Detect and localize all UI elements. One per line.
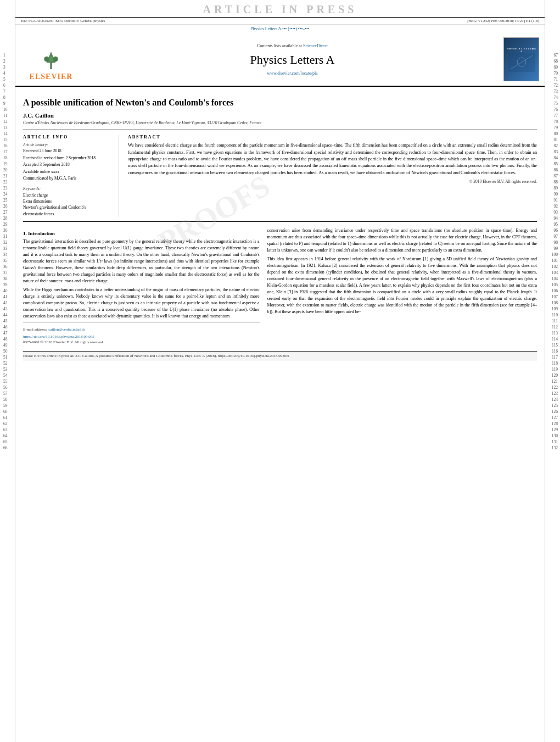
line-number-left-55: 55 <box>3 378 15 384</box>
line-number-right-74: 74 <box>545 94 558 101</box>
contents-available-text: Contents lists available at ScienceDirec… <box>257 43 328 48</box>
line-number-right-77: 77 <box>545 113 558 119</box>
journal-title: Physics Letters A <box>250 53 335 67</box>
line-number-right-127: 127 <box>545 415 558 421</box>
article-title: A possible unification of Newton's and C… <box>23 97 537 109</box>
line-number-right-92: 92 <box>545 203 558 209</box>
elsevier-brand-name: ELSEVIER <box>30 72 73 81</box>
line-number-left-27: 27 <box>3 209 15 215</box>
line-number-right-96: 96 <box>545 227 558 233</box>
article-author: J.C. Caillon <box>23 112 537 119</box>
line-number-left-46: 46 <box>3 324 15 330</box>
line-number-left-62: 62 <box>3 421 15 427</box>
sciencedirect-link[interactable]: ScienceDirect <box>303 43 328 48</box>
doi-link[interactable]: https://doi.org/10.1016/j.physleta.2018.… <box>23 334 260 339</box>
line-number-right-68: 68 <box>545 58 558 64</box>
line-number-right-116: 116 <box>545 348 558 354</box>
available-date: Available online xxxx <box>23 169 113 175</box>
article-info-panel: ARTICLE INFO Article history: Received 2… <box>23 135 119 217</box>
line-number-right-80: 80 <box>545 131 558 137</box>
article-info-abstract-section: ARTICLE INFO Article history: Received 2… <box>23 130 537 222</box>
svg-rect-0 <box>50 63 52 69</box>
email-link[interactable]: caillon@cenbg.in2p3.fr <box>48 327 85 332</box>
line-number-right-85: 85 <box>545 161 558 167</box>
line-number-left-38: 38 <box>3 276 15 282</box>
line-number-left-3: 3 <box>3 64 15 70</box>
line-number-left-61: 61 <box>3 415 15 421</box>
line-number-left-29: 29 <box>3 221 15 227</box>
right-column: conservation arise from demanding invari… <box>267 227 537 344</box>
banner-text: ARTICLE IN PRESS <box>15 3 545 16</box>
line-number-right-113: 113 <box>545 330 558 336</box>
line-number-left-51: 51 <box>3 354 15 360</box>
journal-ref-line: Physics Letters A ••• (••••) •••–••• <box>15 25 545 33</box>
line-number-right-67: 67 <box>545 52 558 58</box>
line-number-left-40: 40 <box>3 288 15 294</box>
line-number-right-88: 88 <box>545 179 558 185</box>
line-number-left-20: 20 <box>3 167 15 173</box>
introduction-heading: 1. Introduction <box>23 231 260 236</box>
left-line-numbers: 1234567891011121314151617181920212223242… <box>0 0 15 742</box>
line-number-left-52: 52 <box>3 360 15 366</box>
line-number-right-119: 119 <box>545 366 558 372</box>
line-number-right-120: 120 <box>545 372 558 378</box>
line-number-right-99: 99 <box>545 246 558 252</box>
line-number-right-131: 131 <box>545 439 558 445</box>
line-number-right-108: 108 <box>545 300 558 306</box>
line-number-left-28: 28 <box>3 215 15 221</box>
line-number-left-5: 5 <box>3 76 15 82</box>
line-number-right-97: 97 <box>545 233 558 239</box>
line-number-left-12: 12 <box>3 119 15 125</box>
journal-url[interactable]: www.elsevier.com/locate/pla <box>267 71 317 76</box>
line-number-left-44: 44 <box>3 312 15 318</box>
line-number-left-47: 47 <box>3 330 15 336</box>
line-number-right-129: 129 <box>545 427 558 433</box>
line-number-right-78: 78 <box>545 119 558 125</box>
line-number-right-132: 132 <box>545 445 558 451</box>
line-number-right-100: 100 <box>545 252 558 258</box>
line-number-left-50: 50 <box>3 348 15 354</box>
line-number-left-42: 42 <box>3 300 15 306</box>
line-number-right-126: 126 <box>545 409 558 415</box>
article-affiliation: Centre d'Études Nucléaires de Bordeaux-G… <box>23 120 537 125</box>
line-number-left-39: 39 <box>3 282 15 288</box>
line-number-right-69: 69 <box>545 64 558 70</box>
line-number-left-18: 18 <box>3 155 15 161</box>
line-number-right-94: 94 <box>545 215 558 221</box>
line-number-left-17: 17 <box>3 149 15 155</box>
jid-left: JID: PLA AID:25291 /SCO Doctopic: Genera… <box>21 19 105 23</box>
line-number-left-49: 49 <box>3 342 15 348</box>
line-number-right-115: 115 <box>545 342 558 348</box>
received-date: Received 25 June 2018 <box>23 148 113 154</box>
line-number-left-11: 11 <box>3 113 15 119</box>
line-number-left-8: 8 <box>3 94 15 101</box>
communicated-by: Communicated by M.G.A. Paris <box>23 176 113 182</box>
accepted-date: Accepted 3 September 2018 <box>23 162 113 168</box>
right-para-1: conservation arise from demanding invari… <box>267 227 537 254</box>
line-number-right-105: 105 <box>545 282 558 288</box>
line-number-left-58: 58 <box>3 397 15 403</box>
received-revised-date: Received in revised form 2 September 201… <box>23 155 113 161</box>
keywords-section: Keywords: Electric charge Extra dimensio… <box>23 186 113 217</box>
line-number-left-13: 13 <box>3 125 15 131</box>
line-number-right-93: 93 <box>545 209 558 215</box>
keyword-2: Extra dimensions <box>23 198 113 204</box>
line-number-right-84: 84 <box>545 155 558 161</box>
line-number-left-57: 57 <box>3 390 15 397</box>
line-number-left-56: 56 <box>3 384 15 390</box>
line-number-right-111: 111 <box>545 318 558 324</box>
line-number-left-7: 7 <box>3 88 15 94</box>
keyword-1: Electric charge <box>23 192 113 198</box>
line-number-right-125: 125 <box>545 403 558 409</box>
elsevier-logo-area: ELSEVIER <box>21 37 81 81</box>
line-number-right-121: 121 <box>545 378 558 384</box>
line-number-left-35: 35 <box>3 258 15 264</box>
line-number-right-75: 75 <box>545 101 558 107</box>
line-number-left-22: 22 <box>3 179 15 185</box>
line-number-right-79: 79 <box>545 125 558 131</box>
line-number-right-118: 118 <box>545 360 558 366</box>
line-number-left-31: 31 <box>3 233 15 239</box>
line-number-left-26: 26 <box>3 203 15 209</box>
right-line-numbers: 6768697071727374757677787980818283848586… <box>545 0 560 742</box>
line-number-left-33: 33 <box>3 246 15 252</box>
